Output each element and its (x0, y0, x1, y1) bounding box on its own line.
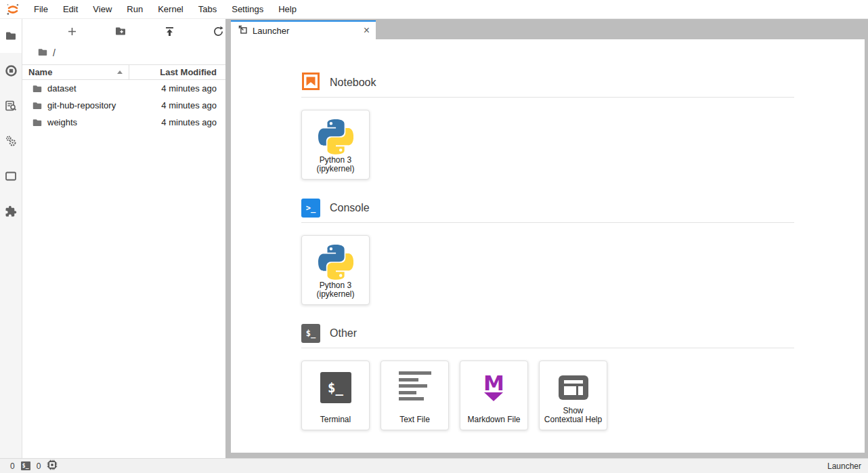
card-label-line2: (ipykernel) (316, 289, 354, 299)
jupyterlab-app: File Edit View Run Kernel Tabs Settings … (0, 0, 868, 473)
section-title: Other (330, 327, 357, 340)
section-header-notebook: Notebook (301, 73, 794, 92)
upload-button[interactable] (146, 23, 194, 42)
running-sessions-status[interactable]: 0 $_ 0 (0, 459, 58, 472)
card-label: Markdown File (467, 415, 520, 430)
sidebar-tab-inspector[interactable] (0, 88, 22, 123)
refresh-button[interactable] (194, 23, 243, 42)
card-label-line1: Show (563, 406, 583, 415)
breadcrumb-root[interactable]: / (53, 47, 56, 58)
terminal-icon: $_ (21, 461, 30, 470)
file-name: dataset (47, 83, 77, 94)
menu-run[interactable]: Run (119, 0, 150, 19)
tab-title: Launcher (253, 26, 289, 36)
sidebar-tab-window[interactable] (0, 159, 22, 194)
file-browser-toolbar (47, 23, 243, 42)
other-cards: $_ Terminal (301, 361, 794, 430)
card-label-line1: Python 3 (320, 281, 351, 290)
file-row-git-hub-repository[interactable]: git-hub-repository 4 minutes ago (22, 97, 225, 114)
card-label: Python 3 (ipykernel) (316, 281, 354, 304)
card-label-line1: Python 3 (320, 155, 351, 165)
file-name: git-hub-repository (47, 100, 116, 110)
running-sessions-icon (5, 64, 18, 77)
tab-bar: Launcher × (225, 19, 868, 39)
menu-tabs[interactable]: Tabs (191, 0, 224, 19)
contextual-help-icon (558, 369, 589, 407)
tab-launcher[interactable]: Launcher × (231, 20, 376, 39)
card-label: Python 3 (ipykernel) (316, 156, 354, 179)
card-label-line2: (ipykernel) (316, 164, 354, 173)
extension-puzzle-icon (5, 205, 17, 218)
launcher-content: Notebook Python 3 (ipykernel) (301, 39, 794, 430)
section-header-other: $_ Other (301, 324, 794, 343)
folder-icon (32, 83, 43, 94)
column-header-last-modified[interactable]: Last Modified (129, 65, 225, 79)
launcher-panel: Notebook Python 3 (ipykernel) (231, 39, 865, 453)
text-file-icon (399, 369, 431, 407)
sidebar-tab-file-browser[interactable] (0, 19, 22, 53)
menu-edit[interactable]: Edit (56, 0, 85, 19)
refresh-icon (213, 26, 224, 40)
sidebar-tab-gears[interactable] (0, 123, 22, 159)
menu-help[interactable]: Help (271, 0, 304, 19)
menu-bar: File Edit View Run Kernel Tabs Settings … (0, 0, 868, 19)
launcher-card-notebook-python3[interactable]: Python 3 (ipykernel) (301, 110, 370, 180)
menu-settings[interactable]: Settings (224, 0, 271, 19)
section-divider (301, 222, 794, 223)
terminal-icon: $_ (320, 369, 351, 407)
column-header-name[interactable]: Name (22, 65, 129, 79)
card-label-line2: Contextual Help (544, 415, 602, 424)
launcher-card-console-python3[interactable]: Python 3 (ipykernel) (301, 235, 370, 305)
new-folder-button[interactable] (96, 23, 145, 42)
sidebar-tab-running-sessions[interactable] (0, 53, 22, 88)
markdown-icon: M (483, 369, 504, 407)
jupyter-logo-icon (5, 2, 20, 17)
notebook-cards: Python 3 (ipykernel) (301, 110, 794, 180)
section-divider (301, 348, 794, 348)
launcher-card-contextual-help[interactable]: Show Contextual Help (539, 361, 607, 430)
new-folder-icon (114, 25, 127, 40)
main-dock-panel: Launcher × Notebook (225, 19, 868, 458)
notebook-icon (301, 72, 320, 94)
folder-icon (32, 117, 43, 128)
console-icon: >_ (301, 199, 320, 218)
terminals-count: 0 (10, 461, 15, 471)
section-header-console: >_ Console (301, 199, 794, 218)
menu-items: File Edit View Run Kernel Tabs Settings … (26, 0, 304, 19)
file-name: weights (47, 117, 77, 127)
card-label: Terminal (320, 415, 351, 430)
sidebar-tab-extensions[interactable] (0, 194, 22, 229)
breadcrumb[interactable]: / (22, 45, 225, 61)
menu-kernel[interactable]: Kernel (150, 0, 191, 19)
python-logo-icon (318, 118, 353, 156)
menu-file[interactable]: File (26, 0, 56, 19)
status-bar: 0 $_ 0 Launcher (0, 458, 868, 473)
folder-icon (5, 30, 17, 42)
section-title: Console (330, 202, 370, 214)
chip-icon (47, 459, 58, 472)
section-title: Notebook (330, 77, 376, 89)
inspector-search-icon (5, 100, 17, 112)
card-label-line1: Text File (399, 415, 430, 424)
launcher-card-terminal[interactable]: $_ Terminal (301, 361, 370, 430)
new-launcher-button[interactable] (47, 23, 96, 42)
file-modified: 4 minutes ago (161, 83, 225, 94)
file-row-dataset[interactable]: dataset 4 minutes ago (22, 80, 225, 97)
card-label: Text File (399, 415, 430, 430)
console-cards: Python 3 (ipykernel) (301, 235, 794, 305)
close-icon[interactable]: × (364, 25, 370, 36)
sort-ascending-icon (117, 70, 123, 74)
card-label-line1: Markdown File (467, 415, 520, 424)
card-label-line1: Terminal (320, 415, 351, 424)
kernels-count: 0 (37, 461, 41, 471)
file-modified: 4 minutes ago (161, 100, 225, 110)
upload-icon (164, 26, 175, 40)
file-browser-panel: / Name Last Modified dataset 4 minutes a… (22, 19, 225, 458)
current-activity-status: Launcher (827, 461, 868, 471)
file-row-weights[interactable]: weights 4 minutes ago (22, 114, 225, 131)
column-name-label: Name (28, 67, 52, 77)
launcher-card-text-file[interactable]: Text File (381, 361, 449, 430)
folder-icon (37, 47, 48, 60)
launcher-card-markdown-file[interactable]: M Markdown File (460, 361, 528, 430)
menu-view[interactable]: View (85, 0, 119, 19)
